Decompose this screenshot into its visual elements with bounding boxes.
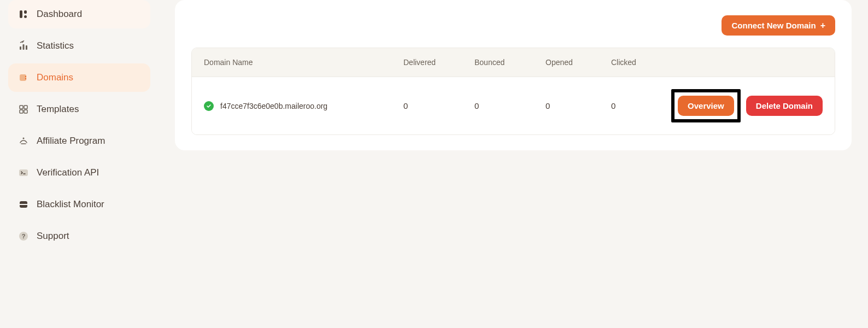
sidebar-item-blacklist-monitor[interactable]: Blacklist Monitor (8, 190, 150, 219)
affiliate-icon (18, 136, 29, 147)
sidebar-item-domains[interactable]: Domains (8, 63, 150, 92)
sidebar-item-label: Blacklist Monitor (37, 199, 104, 210)
svg-rect-10 (24, 106, 27, 109)
header-domain-name: Domain Name (204, 58, 403, 67)
sidebar-item-support[interactable]: ? Support (8, 222, 150, 250)
cell-clicked: 0 (611, 101, 666, 110)
cell-actions: Overview Delete Domain (666, 89, 823, 122)
sidebar-item-templates[interactable]: Templates (8, 95, 150, 124)
cell-bounced: 0 (474, 101, 546, 110)
svg-rect-5 (26, 45, 27, 50)
main-content: Connect New Domain + Domain Name Deliver… (159, 0, 868, 328)
sidebar-item-dashboard[interactable]: Dashboard (8, 0, 150, 28)
connect-new-domain-button[interactable]: Connect New Domain + (722, 15, 835, 36)
sidebar-item-label: Support (37, 231, 69, 242)
cell-opened: 0 (546, 101, 611, 110)
connect-button-label: Connect New Domain (731, 21, 816, 30)
header-opened: Opened (546, 58, 611, 67)
sidebar: Dashboard Statistics Domains (0, 0, 159, 328)
svg-rect-9 (20, 106, 23, 109)
svg-rect-4 (23, 44, 25, 50)
svg-point-7 (25, 76, 26, 77)
templates-icon (18, 104, 29, 115)
sidebar-item-label: Templates (37, 104, 79, 115)
table-row: f47cce7f3c6e0e0b.maileroo.org 0 0 0 0 Ov… (192, 77, 835, 134)
overview-button[interactable]: Overview (678, 96, 734, 116)
svg-text:?: ? (22, 233, 26, 239)
svg-point-8 (25, 78, 26, 79)
svg-point-2 (24, 15, 27, 18)
support-icon: ? (18, 231, 29, 242)
svg-rect-3 (20, 46, 21, 50)
sidebar-item-label: Verification API (37, 167, 99, 178)
svg-rect-11 (20, 110, 23, 113)
svg-point-13 (23, 138, 25, 139)
svg-rect-6 (20, 74, 26, 81)
statistics-icon (18, 40, 29, 51)
domains-table: Domain Name Delivered Bounced Opened Cli… (191, 48, 835, 135)
svg-rect-0 (20, 10, 22, 18)
sidebar-item-affiliate[interactable]: Affiliate Program (8, 127, 150, 155)
delete-domain-button[interactable]: Delete Domain (746, 96, 823, 116)
cell-domain-name: f47cce7f3c6e0e0b.maileroo.org (204, 101, 403, 111)
svg-rect-12 (24, 110, 27, 113)
dashboard-icon (18, 9, 29, 20)
plus-icon: + (820, 21, 825, 30)
table-header: Domain Name Delivered Bounced Opened Cli… (192, 48, 835, 77)
header-actions (666, 58, 823, 67)
sidebar-item-label: Statistics (37, 40, 74, 51)
header-clicked: Clicked (611, 58, 666, 67)
sidebar-item-verification-api[interactable]: Verification API (8, 159, 150, 187)
sidebar-item-label: Dashboard (37, 9, 82, 20)
domain-name-text: f47cce7f3c6e0e0b.maileroo.org (220, 102, 327, 110)
svg-rect-1 (24, 10, 27, 14)
header-bounced: Bounced (474, 58, 546, 67)
svg-rect-14 (19, 169, 28, 176)
header-delivered: Delivered (403, 58, 474, 67)
domains-icon (18, 72, 29, 83)
monitor-icon (18, 199, 29, 210)
overview-highlight-box: Overview (671, 89, 741, 122)
sidebar-item-label: Domains (37, 72, 73, 83)
sidebar-item-label: Affiliate Program (37, 136, 105, 147)
card-header: Connect New Domain + (191, 15, 835, 36)
domains-card: Connect New Domain + Domain Name Deliver… (175, 0, 852, 150)
sidebar-item-statistics[interactable]: Statistics (8, 32, 150, 60)
status-verified-icon (204, 101, 214, 111)
terminal-icon (18, 167, 29, 178)
cell-delivered: 0 (403, 101, 474, 110)
